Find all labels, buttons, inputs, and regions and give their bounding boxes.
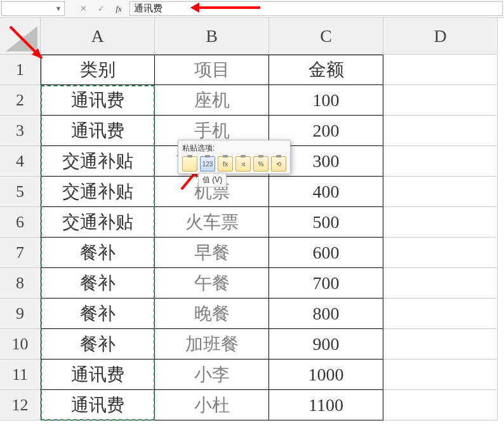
cell-c10[interactable]: 900 (269, 329, 383, 359)
confirm-icon[interactable]: ✓ (95, 3, 107, 15)
row-header-3[interactable]: 3 (0, 116, 41, 146)
cell-d4[interactable] (383, 146, 498, 177)
cell-d9[interactable] (383, 299, 498, 329)
paste-options-title: 粘贴选项: (182, 143, 286, 154)
row-header-2[interactable]: 2 (0, 85, 41, 116)
cell-d11[interactable] (383, 359, 498, 390)
cell-b12[interactable]: 小杜 (155, 390, 269, 420)
row-header-12[interactable]: 12 (0, 390, 41, 420)
row-header-7[interactable]: 7 (0, 238, 41, 268)
paste-option-paste[interactable] (182, 156, 197, 171)
cell-b6[interactable]: 火车票 (155, 207, 269, 238)
cell-d7[interactable] (383, 238, 498, 268)
chevron-down-icon: ▼ (55, 5, 62, 12)
row-header-8[interactable]: 8 (0, 268, 41, 299)
formula-bar-buttons: ✕ ✓ fx (74, 0, 128, 17)
cell-b8[interactable]: 午餐 (155, 268, 269, 299)
cell-d6[interactable] (383, 207, 498, 238)
cell-c12[interactable]: 1100 (269, 390, 383, 420)
cell-a10[interactable]: 餐补 (41, 329, 155, 359)
cell-a4[interactable]: 交通补贴 (41, 146, 155, 177)
paste-options-icons: 123 fx ⤭ % ⟲ (182, 156, 286, 171)
row-header-6[interactable]: 6 (0, 207, 41, 238)
cell-a3[interactable]: 通讯费 (41, 116, 155, 146)
cell-b7[interactable]: 早餐 (155, 238, 269, 268)
paste-options-popup: 粘贴选项: 123 fx ⤭ % ⟲ (178, 140, 291, 174)
cell-b10[interactable]: 加班餐 (155, 329, 269, 359)
cell-d10[interactable] (383, 329, 498, 359)
cell-d5[interactable] (383, 177, 498, 207)
cell-c11[interactable]: 1000 (269, 359, 383, 390)
paste-option-formulas[interactable]: fx (218, 156, 233, 171)
column-header-b[interactable]: B (155, 18, 269, 55)
cell-d3[interactable] (383, 116, 498, 146)
cell-b1[interactable]: 项目 (155, 55, 269, 85)
cell-c6[interactable]: 500 (269, 207, 383, 238)
column-header-a[interactable]: A (41, 18, 155, 55)
column-header-d[interactable]: D (383, 18, 498, 55)
cell-d12[interactable] (383, 390, 498, 420)
formula-input[interactable]: 通讯费 (129, 1, 503, 16)
paste-option-transpose[interactable]: ⤭ (235, 156, 251, 171)
cell-c2[interactable]: 100 (269, 85, 383, 116)
formula-bar: ▼ ✕ ✓ fx 通讯费 (0, 0, 504, 18)
cell-c9[interactable]: 800 (269, 299, 383, 329)
cell-b11[interactable]: 小李 (155, 359, 269, 390)
cell-d1[interactable] (383, 55, 498, 85)
paste-option-link[interactable]: ⟲ (271, 156, 286, 171)
cell-a5[interactable]: 交通补贴 (41, 177, 155, 207)
row-header-10[interactable]: 10 (0, 329, 41, 359)
cell-d2[interactable] (383, 85, 498, 116)
column-header-c[interactable]: C (269, 18, 383, 55)
cell-a7[interactable]: 餐补 (41, 238, 155, 268)
cell-a2[interactable]: 通讯费 (41, 85, 155, 116)
cell-c5[interactable]: 400 (269, 177, 383, 207)
cell-c7[interactable]: 600 (269, 238, 383, 268)
select-all-corner[interactable] (0, 18, 41, 55)
cell-a6[interactable]: 交通补贴 (41, 207, 155, 238)
cell-a12[interactable]: 通讯费 (41, 390, 155, 420)
row-header-5[interactable]: 5 (0, 177, 41, 207)
cell-c8[interactable]: 700 (269, 268, 383, 299)
cell-a1[interactable]: 类别 (41, 55, 155, 85)
spreadsheet-grid: A B C D 1 2 3 4 5 6 7 8 9 10 11 12 类别 项目… (0, 18, 504, 430)
cancel-icon[interactable]: ✕ (77, 3, 89, 15)
name-box[interactable]: ▼ (1, 1, 65, 16)
row-header-4[interactable]: 4 (0, 146, 41, 177)
cell-c1[interactable]: 金额 (269, 55, 383, 85)
cell-b9[interactable]: 晚餐 (155, 299, 269, 329)
column-headers: A B C D (41, 18, 498, 55)
paste-option-formatting[interactable]: % (253, 156, 269, 171)
cell-a8[interactable]: 餐补 (41, 268, 155, 299)
formula-input-value: 通讯费 (134, 3, 162, 15)
cell-a9[interactable]: 餐补 (41, 299, 155, 329)
paste-option-tooltip: 值 (V) (198, 173, 227, 187)
row-header-11[interactable]: 11 (0, 359, 41, 390)
paste-option-values[interactable]: 123 (200, 156, 215, 171)
cell-a11[interactable]: 通讯费 (41, 359, 155, 390)
cell-b2[interactable]: 座机 (155, 85, 269, 116)
row-header-1[interactable]: 1 (0, 55, 41, 85)
cell-d8[interactable] (383, 268, 498, 299)
cells: 类别 项目 金额 通讯费 座机 100 通讯费 手机 200 交通补贴 市内出差… (41, 55, 498, 420)
fx-icon[interactable]: fx (113, 3, 124, 15)
row-headers: 1 2 3 4 5 6 7 8 9 10 11 12 (0, 55, 41, 420)
row-header-9[interactable]: 9 (0, 299, 41, 329)
